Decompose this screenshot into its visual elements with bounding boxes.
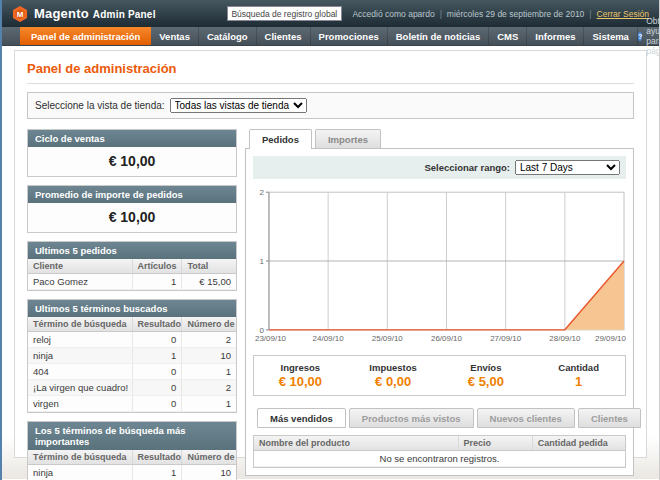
logout-link[interactable]: Cerrar Sesión <box>597 9 649 19</box>
separator: | <box>440 9 442 19</box>
lifetime-sales-value: € 10,00 <box>28 147 236 176</box>
table-cell: 0 <box>132 364 182 380</box>
magento-admin-window: M MagentoAdmin Panel Accedió como apardo… <box>0 0 660 480</box>
store-view-select[interactable]: Todas las vistas de tienda <box>170 98 307 113</box>
last-orders-box: Ultimos 5 pedidos Cliente Artículos Tota… <box>27 241 237 291</box>
table-row: reloj02 <box>28 332 236 348</box>
orders-chart: 01223/09/1024/09/1025/09/1026/09/1027/09… <box>253 186 626 346</box>
table-row: ninja110 <box>28 348 236 364</box>
nav-item-dashboard[interactable]: Panel de administración <box>20 27 151 45</box>
top-search-terms-title: Los 5 términos de búsqueda más important… <box>28 422 236 450</box>
column-header: Cliente <box>28 259 132 274</box>
nav-item-ventas[interactable]: Ventas <box>151 27 199 45</box>
separator: | <box>589 9 591 19</box>
table-row: 40401 <box>28 364 236 380</box>
tab-importes[interactable]: Importes <box>315 129 381 148</box>
lifetime-sales-box: Ciclo de ventas € 10,00 <box>27 129 237 177</box>
table-cell: 1 <box>132 348 182 364</box>
dashboard-left-column: Ciclo de ventas € 10,00 Promedio de impo… <box>27 129 237 480</box>
average-orders-value: € 10,00 <box>28 203 236 232</box>
nav-item-informes[interactable]: Informes <box>527 27 584 45</box>
table-cell: 2 <box>182 332 236 348</box>
table-cell: 1 <box>182 364 236 380</box>
range-select[interactable]: Last 7 Days <box>515 160 620 175</box>
table-row: ninja110 <box>28 465 236 480</box>
magento-logo-icon: M <box>12 6 28 22</box>
top-search-terms-box: Los 5 términos de búsqueda más important… <box>27 421 237 480</box>
table-cell: 2 <box>182 380 236 396</box>
products-table: Nombre del producto Precio Cantidad pedi… <box>254 436 625 467</box>
column-header: Cantidad pedida <box>532 436 625 451</box>
table-cell: ninja <box>28 465 132 480</box>
total-impuestos: Impuestos € 0,00 <box>347 362 440 389</box>
last-search-terms-title: Ultimos 5 términos buscados <box>28 300 236 317</box>
help-link[interactable]: ? Obtener ayuda para esta página <box>638 27 660 45</box>
table-cell: reloj <box>28 332 132 348</box>
tab-mas-vendidos[interactable]: Más vendidos <box>257 408 346 428</box>
table-cell: ninja <box>28 348 132 364</box>
svg-text:27/09/10: 27/09/10 <box>490 334 522 343</box>
total-ingresos: Ingresos € 10,00 <box>254 362 347 389</box>
column-header: Nombre del producto <box>254 436 458 451</box>
total-envios: Envíos € 5,00 <box>440 362 533 389</box>
table-cell: 1 <box>132 465 182 480</box>
nav-item-cms[interactable]: CMS <box>489 27 527 45</box>
help-icon: ? <box>638 32 642 41</box>
main-nav: Panel de administración Ventas Catálogo … <box>2 27 659 46</box>
nav-item-clientes[interactable]: Clientes <box>257 27 311 45</box>
page-background: Panel de administración Seleccione la vi… <box>2 46 659 479</box>
table-cell: 10 <box>182 348 236 364</box>
column-header: Número de usos <box>182 450 236 465</box>
last-search-terms-table: Término de búsqueda Resultados Número de… <box>28 317 236 412</box>
logo: M MagentoAdmin Panel <box>12 6 156 22</box>
lifetime-sales-title: Ciclo de ventas <box>28 130 236 147</box>
column-header: Resultados <box>132 450 182 465</box>
svg-text:2: 2 <box>260 188 265 197</box>
range-label: Seleccionar rango: <box>424 162 510 173</box>
table-cell: 0 <box>132 396 182 412</box>
column-header: Término de búsqueda <box>28 450 132 465</box>
table-cell: 1 <box>182 396 236 412</box>
svg-text:1: 1 <box>260 257 265 266</box>
tab-nuevos-clientes[interactable]: Nuevos clientes <box>477 408 575 428</box>
help-label: Obtener ayuda para esta página <box>646 16 660 56</box>
column-header: Término de búsqueda <box>28 317 132 332</box>
nav-item-promociones[interactable]: Promociones <box>311 27 388 45</box>
range-bar: Seleccionar rango: Last 7 Days <box>253 156 626 179</box>
global-search-input[interactable] <box>227 6 342 21</box>
page-title: Panel de administración <box>27 61 634 84</box>
top-header: M MagentoAdmin Panel Accedió como apardo… <box>2 0 659 27</box>
nav-item-sistema[interactable]: Sistema <box>584 27 637 45</box>
tab-pedidos[interactable]: Pedidos <box>249 129 312 149</box>
column-header: Resultados <box>132 317 182 332</box>
table-row: Paco Gomez1€ 15,00 <box>28 274 236 290</box>
table-cell: Paco Gomez <box>28 274 132 290</box>
last-orders-title: Ultimos 5 pedidos <box>28 242 236 259</box>
column-header: Número de usos <box>182 317 236 332</box>
table-cell: 404 <box>28 364 132 380</box>
empty-row: No se encontraron registros. <box>254 451 625 467</box>
totals-box: Ingresos € 10,00 Impuestos € 0,00 Envíos… <box>253 355 626 396</box>
svg-text:28/09/10: 28/09/10 <box>549 334 581 343</box>
top-search-terms-table: Término de búsqueda Resultados Número de… <box>28 450 236 480</box>
orders-panel: Seleccionar rango: Last 7 Days 01223/09/… <box>245 148 634 476</box>
svg-text:23/09/10: 23/09/10 <box>255 334 287 343</box>
svg-text:29/09/10: 29/09/10 <box>595 334 626 343</box>
no-records-message: No se encontraron registros. <box>254 451 625 467</box>
tab-productos-mas-vistos[interactable]: Productos más vistos <box>349 408 474 428</box>
tab-clientes[interactable]: Clientes <box>578 408 641 428</box>
svg-text:M: M <box>17 10 24 19</box>
table-row: ¡La virgen que cuadro!02 <box>28 380 236 396</box>
brand-title: MagentoAdmin Panel <box>34 6 156 21</box>
nav-item-boletin[interactable]: Boletín de noticias <box>388 27 489 45</box>
chart-area: 01223/09/1024/09/1025/09/1026/09/1027/09… <box>253 186 626 346</box>
table-row: virgen01 <box>28 396 236 412</box>
table-cell: 10 <box>182 465 236 480</box>
nav-item-catalogo[interactable]: Catálogo <box>199 27 257 45</box>
table-cell: ¡La virgen que cuadro! <box>28 380 132 396</box>
last-search-terms-box: Ultimos 5 términos buscados Término de b… <box>27 299 237 413</box>
svg-text:26/09/10: 26/09/10 <box>431 334 463 343</box>
content-card: Panel de administración Seleccione la vi… <box>14 50 647 458</box>
current-date: miércoles 29 de septiembre de 2010 <box>447 9 585 19</box>
last-orders-table: Cliente Artículos Total Paco Gomez1€ 15,… <box>28 259 236 290</box>
